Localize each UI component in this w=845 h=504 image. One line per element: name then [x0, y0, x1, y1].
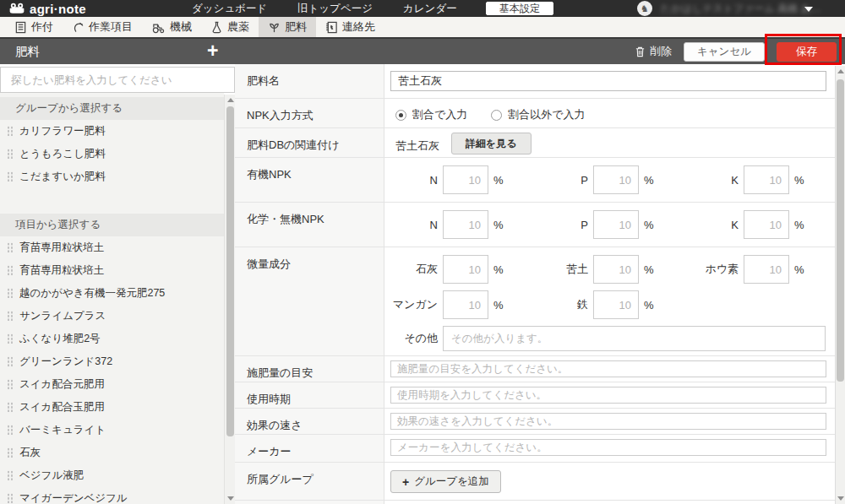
- micro-boron-input[interactable]: [744, 255, 789, 284]
- group-label: 所属グループ: [235, 463, 384, 500]
- nav-old-top-page[interactable]: 旧トップページ: [297, 0, 373, 17]
- tab-fertilizer[interactable]: 肥料: [259, 17, 316, 37]
- maker-input[interactable]: [390, 439, 826, 456]
- drag-handle-icon[interactable]: [7, 311, 14, 322]
- other-label: その他: [390, 331, 438, 346]
- drag-handle-icon[interactable]: [7, 126, 14, 137]
- tab-label: 機械: [170, 19, 192, 35]
- percent-unit: %: [493, 174, 504, 187]
- add-fertilizer-button[interactable]: +: [207, 39, 218, 64]
- drag-handle-icon[interactable]: [7, 265, 14, 276]
- npk-mode-option-label[interactable]: 割合以外で入力: [508, 107, 585, 122]
- drag-handle-icon[interactable]: [7, 493, 14, 504]
- fertilizer-item-label: 育苗専用粒状培土: [19, 263, 104, 278]
- drag-handle-icon[interactable]: [7, 379, 14, 390]
- drag-handle-icon[interactable]: [7, 470, 14, 481]
- nav-dashboard[interactable]: ダッシュボード: [192, 0, 267, 17]
- sidebar-fertilizer-item[interactable]: スイカ配合元肥用: [0, 373, 224, 396]
- fertilizer-sidebar: グループから選択する カリフラワー肥料 とうもろこし肥料 こだますいか肥料 項目…: [0, 93, 224, 504]
- sidebar-fertilizer-item[interactable]: バーミキュライト: [0, 419, 224, 442]
- sidebar-group-item[interactable]: カリフラワー肥料: [0, 120, 224, 143]
- scrollbar-thumb[interactable]: [837, 79, 844, 382]
- sidebar-fertilizer-item[interactable]: 育苗専用粒状培土: [0, 259, 224, 282]
- lime-label: 石灰: [390, 262, 438, 277]
- user-avatar[interactable]: ♞: [637, 1, 652, 16]
- user-menu-caret-icon[interactable]: [804, 7, 813, 12]
- micro-iron-input[interactable]: [593, 290, 639, 319]
- organic-npk-label: 有機NPK: [235, 158, 384, 202]
- cancel-button[interactable]: キャンセル: [684, 42, 765, 62]
- drag-handle-icon[interactable]: [7, 402, 14, 413]
- speed-input[interactable]: [390, 413, 826, 430]
- organic-n-input[interactable]: [443, 165, 488, 194]
- npk-mode-radio-ratio[interactable]: [395, 110, 406, 121]
- chemical-k-input[interactable]: [744, 210, 789, 239]
- sidebar-fertilizer-item[interactable]: サンライムプラス: [0, 305, 224, 328]
- sidebar-group-item[interactable]: とうもろこし肥料: [0, 143, 224, 165]
- sidebar-fertilizer-item[interactable]: スイカ配合玉肥用: [0, 396, 224, 419]
- drag-handle-icon[interactable]: [7, 171, 14, 182]
- micro-manganese-input[interactable]: [443, 290, 488, 319]
- scroll-up-icon[interactable]: [227, 98, 234, 102]
- drag-handle-icon[interactable]: [7, 288, 14, 299]
- section-toolbar: 肥料 + 削除 キャンセル 保存: [0, 39, 845, 64]
- view-details-button[interactable]: 詳細を見る: [451, 133, 532, 154]
- sidebar-fertilizer-item[interactable]: 石灰: [0, 442, 224, 464]
- period-input[interactable]: [390, 387, 826, 404]
- tab-sakutsuke[interactable]: 作付: [5, 17, 63, 37]
- drag-handle-icon[interactable]: [7, 356, 14, 367]
- sidebar-group-item[interactable]: こだますいか肥料: [0, 165, 224, 188]
- fertilizer-item-label: スイカ配合玉肥用: [19, 400, 105, 415]
- scrollbar-thumb[interactable]: [226, 106, 234, 436]
- boron-label: ホウ素: [691, 262, 739, 277]
- scroll-down-icon[interactable]: [227, 496, 234, 501]
- npk-mode-radio-other[interactable]: [491, 110, 502, 121]
- basic-settings-button[interactable]: 基本設定: [486, 2, 553, 15]
- add-group-button[interactable]: + グループを追加: [390, 470, 501, 493]
- sidebar-scrollbar[interactable]: [224, 95, 235, 504]
- percent-unit: %: [644, 263, 654, 276]
- drag-handle-icon[interactable]: [7, 333, 14, 344]
- form-row-micro: 微量成分 石灰 % 苦土 % ホウ素: [235, 247, 835, 356]
- fertilizer-name-input[interactable]: [390, 71, 826, 91]
- chemical-p-input[interactable]: [593, 210, 639, 239]
- organic-k-input[interactable]: [744, 165, 789, 194]
- sidebar-fertilizer-item[interactable]: ふくなり堆肥2号: [0, 328, 224, 350]
- micro-lime-input[interactable]: [443, 255, 488, 284]
- drag-handle-icon[interactable]: [7, 242, 14, 253]
- chemical-n-input[interactable]: [443, 210, 488, 239]
- micro-other-input[interactable]: [443, 326, 826, 351]
- fertilizer-search-input[interactable]: [0, 67, 235, 93]
- fertilizer-item-label: ふくなり堆肥2号: [19, 332, 101, 346]
- tab-machines[interactable]: 機械: [142, 17, 201, 37]
- sidebar-fertilizer-item[interactable]: ベジフル液肥: [0, 464, 224, 487]
- sidebar-groups-header: グループから選択する: [0, 97, 224, 120]
- form-row-next-sliver: [235, 501, 835, 504]
- main-scrollbar[interactable]: [835, 66, 845, 504]
- save-button[interactable]: 保存: [777, 42, 837, 62]
- tab-pesticides[interactable]: 農薬: [201, 17, 259, 37]
- sidebar-fertilizer-item[interactable]: 越のかがやき有機一発元肥275: [0, 282, 224, 305]
- organic-p-input[interactable]: [593, 165, 639, 194]
- form-row-npk-mode: NPK入力方式 割合で入力 割合以外で入力: [235, 99, 835, 128]
- drag-handle-icon[interactable]: [7, 425, 14, 436]
- npk-mode-option-label[interactable]: 割合で入力: [412, 107, 467, 122]
- flask-icon: [210, 21, 223, 34]
- tab-work-items[interactable]: 作業項目: [63, 17, 142, 37]
- sidebar-fertilizer-item[interactable]: グリーンランド372: [0, 350, 224, 373]
- micro-magnesia-input[interactable]: [593, 255, 639, 284]
- sidebar-fertilizer-item[interactable]: 育苗専用粒状培土: [0, 236, 224, 259]
- scroll-down-icon[interactable]: [837, 496, 844, 501]
- scroll-up-icon[interactable]: [837, 69, 844, 73]
- delete-button[interactable]: 削除: [635, 44, 672, 59]
- sidebar-fertilizer-item[interactable]: マイガーデンベジフル: [0, 487, 224, 504]
- drag-handle-icon[interactable]: [7, 149, 14, 160]
- nav-calendar[interactable]: カレンダー: [403, 0, 457, 17]
- amount-input[interactable]: [390, 360, 826, 377]
- speed-label: 効果の速さ: [235, 409, 384, 434]
- brand-logo[interactable]: agri·note: [8, 0, 86, 17]
- tab-contacts[interactable]: 連絡先: [316, 17, 384, 37]
- npk-mode-label: NPK入力方式: [235, 99, 384, 127]
- drag-handle-icon[interactable]: [7, 447, 14, 458]
- percent-unit: %: [644, 299, 654, 312]
